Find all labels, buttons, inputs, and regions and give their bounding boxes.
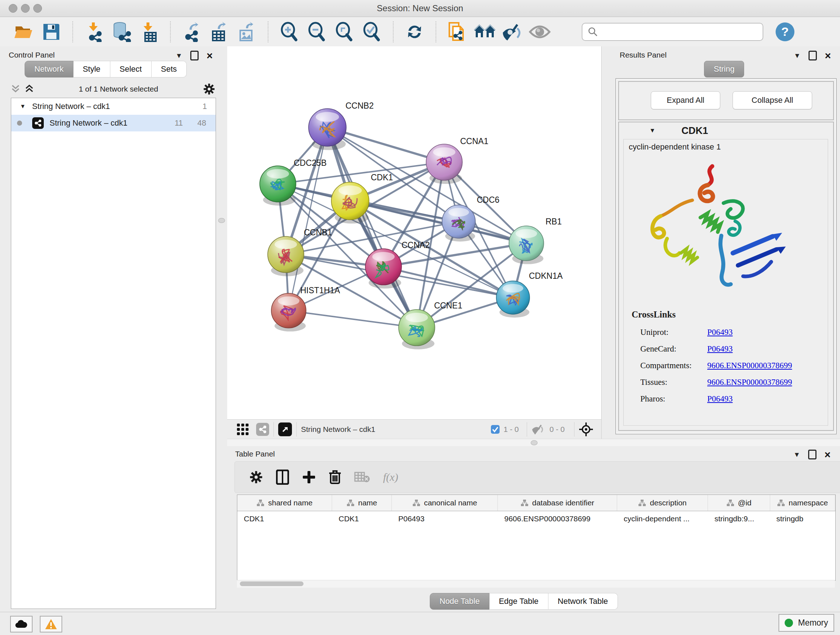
- zoom-selected-icon[interactable]: [358, 20, 386, 43]
- panel-close-icon[interactable]: ×: [824, 451, 831, 458]
- toolbar-separator: [273, 422, 274, 437]
- column-header-canonical-name[interactable]: canonical name: [392, 495, 498, 511]
- table-row[interactable]: CDK1CDK1P064939606.ENSP00000378699cyclin…: [237, 511, 835, 526]
- network-row[interactable]: String Network – cdk1 11 48: [11, 115, 216, 131]
- panel-collapse-icon[interactable]: ▼: [175, 52, 182, 60]
- tab-edge-table[interactable]: Edge Table: [489, 593, 548, 610]
- refresh-view-icon[interactable]: [401, 20, 428, 43]
- column-header-database-identifier[interactable]: database identifier: [498, 495, 617, 511]
- edge-HIST1H1A-CCNE1[interactable]: [289, 310, 417, 328]
- grid-view-icon[interactable]: [237, 423, 249, 435]
- table-hscrollbar[interactable]: [237, 580, 835, 587]
- node-label-RB1: RB1: [546, 217, 562, 226]
- birdseye-view-icon[interactable]: [579, 422, 593, 437]
- zoom-fit-icon[interactable]: [331, 20, 358, 43]
- node-label-HIST1H1A: HIST1H1A: [300, 286, 340, 295]
- panel-close-icon[interactable]: ×: [207, 52, 213, 59]
- save-session-button[interactable]: [38, 20, 65, 43]
- tab-select[interactable]: Select: [111, 61, 152, 78]
- export-image-icon[interactable]: [233, 20, 261, 43]
- warning-button[interactable]: [40, 616, 62, 632]
- control-panel-window-icons: ▼ ×: [175, 51, 213, 60]
- tab-string[interactable]: String: [704, 61, 744, 78]
- horizontal-splitter[interactable]: [227, 439, 840, 447]
- search-input[interactable]: [602, 24, 763, 40]
- network-share-view-icon[interactable]: [256, 423, 269, 436]
- show-columns-icon[interactable]: [276, 470, 289, 485]
- table-cell[interactable]: 9606.ENSP00000378699: [498, 511, 617, 526]
- results-panel-window-icons: ▼ ×: [794, 51, 831, 60]
- tab-network-table[interactable]: Network Table: [548, 593, 618, 610]
- panel-float-icon[interactable]: [808, 51, 817, 60]
- help-button[interactable]: ?: [775, 22, 794, 41]
- column-header-name[interactable]: name: [332, 495, 392, 511]
- protein-section-header[interactable]: ▼ CDK1: [619, 122, 833, 139]
- table-options-gear-icon[interactable]: [249, 470, 263, 484]
- panel-float-icon[interactable]: [808, 450, 816, 459]
- selected-checkbox-icon[interactable]: [491, 424, 500, 434]
- open-in-window-icon[interactable]: [278, 423, 292, 436]
- network-selection-bar: 1 of 1 Network selected: [11, 81, 215, 97]
- zoom-out-icon[interactable]: [303, 20, 331, 43]
- horizontal-splitter-handle[interactable]: [531, 440, 538, 445]
- column-header-namespace[interactable]: namespace: [770, 495, 835, 511]
- tab-network[interactable]: Network: [25, 61, 73, 78]
- expand-all-chevron-icon[interactable]: [25, 84, 34, 94]
- crosslink-tissues-[interactable]: 9606.ENSP00000378699: [707, 378, 792, 387]
- show-panels-eye-icon[interactable]: [526, 20, 554, 43]
- collection-expand-triangle-icon[interactable]: ▼: [20, 103, 26, 110]
- export-network-icon[interactable]: [178, 20, 205, 43]
- node-label-CDK1: CDK1: [371, 173, 393, 182]
- memory-button[interactable]: Memory: [778, 614, 834, 632]
- open-file-button[interactable]: [10, 20, 38, 43]
- collection-count: 1: [202, 102, 207, 111]
- network-canvas[interactable]: CCNB2CCNA1CDC25BCDK1CDC6RB1CCNB1CCNA2CDK…: [227, 46, 601, 419]
- table-cell[interactable]: stringdb: [770, 511, 835, 526]
- hide-panels-eye-slash-icon[interactable]: [499, 20, 526, 43]
- import-network-file-icon[interactable]: [80, 20, 108, 43]
- network-options-gear-icon[interactable]: [203, 83, 215, 95]
- zoom-in-icon[interactable]: [276, 20, 303, 43]
- cloud-button[interactable]: [10, 616, 33, 632]
- create-column-plus-icon[interactable]: [302, 470, 316, 484]
- protein-structure-image: [638, 160, 790, 304]
- delete-column-trash-icon[interactable]: [329, 470, 341, 485]
- table-cell[interactable]: CDK1: [332, 511, 392, 526]
- clone-network-icon[interactable]: [444, 20, 471, 43]
- crosslink-label: Tissues:: [640, 378, 707, 387]
- network-graph[interactable]: CCNB2CCNA1CDC25BCDK1CDC6RB1CCNB1CCNA2CDK…: [227, 46, 601, 419]
- table-cell[interactable]: stringdb:9...: [708, 511, 770, 526]
- tab-sets[interactable]: Sets: [152, 61, 187, 78]
- export-table-icon[interactable]: [205, 20, 233, 43]
- table-hscrollbar-thumb[interactable]: [240, 581, 303, 586]
- network-collection-row[interactable]: ▼ String Network – cdk1 1: [11, 98, 216, 115]
- table-cell[interactable]: cyclin-dependent ...: [617, 511, 708, 526]
- crosslink-pharos-[interactable]: P06493: [707, 394, 733, 404]
- tab-style[interactable]: Style: [73, 61, 111, 78]
- expand-all-button[interactable]: Expand All: [651, 91, 720, 109]
- crosslink-compartments-[interactable]: 9606.ENSP00000378699: [707, 361, 792, 371]
- collapse-all-button[interactable]: Collapse All: [733, 91, 812, 109]
- toolbar-separator: [436, 21, 436, 42]
- panel-float-icon[interactable]: [190, 51, 199, 60]
- panel-collapse-icon[interactable]: ▼: [794, 52, 801, 60]
- left-splitter-handle[interactable]: [218, 218, 225, 223]
- table-cell[interactable]: P06493: [392, 511, 498, 526]
- collapse-all-chevron-icon[interactable]: [11, 84, 20, 94]
- panel-close-icon[interactable]: ×: [825, 52, 831, 59]
- crosslink-genecard-[interactable]: P06493: [707, 344, 733, 354]
- table-cell[interactable]: CDK1: [237, 511, 332, 526]
- edge-CCNB2-CCNE1[interactable]: [327, 127, 417, 328]
- column-header-description[interactable]: description: [617, 495, 708, 511]
- column-header--id[interactable]: @id: [708, 495, 770, 511]
- column-header-shared-name[interactable]: shared name: [237, 495, 332, 511]
- network-view-toolbar: String Network – cdk1 1 - 0 0 - 0: [227, 419, 601, 439]
- search-field[interactable]: [582, 23, 763, 41]
- crosslink-uniprot-[interactable]: P06493: [707, 328, 733, 337]
- import-network-database-icon[interactable]: [108, 20, 135, 43]
- panel-collapse-icon[interactable]: ▼: [793, 451, 800, 459]
- import-table-file-icon[interactable]: [135, 20, 163, 43]
- tab-node-table[interactable]: Node Table: [430, 593, 489, 610]
- show-all-panels-icon[interactable]: [471, 20, 499, 43]
- section-collapse-triangle-icon[interactable]: ▼: [649, 127, 655, 134]
